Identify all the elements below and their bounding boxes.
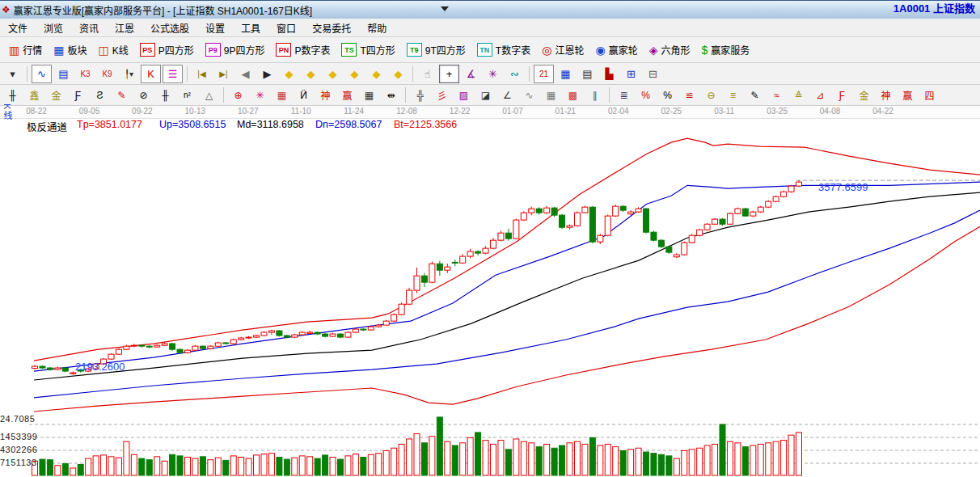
wave-percent-icon[interactable]: ≌ [679,86,699,104]
t-square-icon[interactable]: ╬ [410,86,430,104]
gann-diamond-right-icon[interactable]: ◆ [301,65,321,83]
histogram-icon[interactable]: ☰ [163,65,183,83]
dark-fan-icon[interactable]: ◪ [475,86,496,104]
gann-diamond-cross-icon[interactable]: ◆ [344,65,365,83]
symbol-name[interactable]: 上证指数 [933,2,975,15]
span-arrows-icon[interactable]: ⇹ [381,86,401,104]
wave-brain-icon[interactable]: ∾ [505,65,525,83]
gann-diamond-center-icon[interactable]: ◆ [366,65,387,83]
list-box-icon[interactable]: ≣ [614,86,634,104]
comb2-icon[interactable]: ╫ [155,86,175,104]
menu-浏览[interactable]: 浏览 [36,19,71,36]
menu-交易委托[interactable]: 交易委托 [304,19,359,36]
gann-diamond-all-icon[interactable]: ◆ [388,65,408,83]
red-grid2-icon[interactable]: ▩ [563,86,583,104]
shen-slash-icon[interactable]: 神 [876,86,896,104]
menu-资讯[interactable]: 资讯 [71,19,107,36]
curve-icon[interactable]: ∿ [32,65,52,83]
pc-icon[interactable]: ⊟ [643,65,663,83]
percent-icon[interactable]: % [657,86,678,104]
kchart-icon[interactable]: K [141,65,161,83]
gold-comb-icon[interactable]: 鑫 [24,86,44,104]
menu-公式选股[interactable]: 公式选股 [142,19,197,36]
toolbar-button-gann-wheel[interactable]: ◎江恩轮 [536,40,589,61]
first-page-icon[interactable]: |◀ [192,65,212,83]
toolbar-button-9p-square[interactable]: P99P四方形 [200,40,271,61]
comb-ruler-icon[interactable]: ╫ [2,86,23,104]
crosshair-icon[interactable]: + [439,65,459,83]
save-icon[interactable]: ▙ [599,65,619,83]
menu-江恩[interactable]: 江恩 [107,19,142,36]
j-angle-icon[interactable]: ⊿ [810,86,830,104]
angle-a-icon[interactable]: △ [199,86,219,104]
calculator-icon[interactable]: ▦ [555,65,576,83]
pencil-icon[interactable]: ✎ [112,86,132,104]
title-bar[interactable]: ❖ 赢家江恩专业版[赢家内部服务平台] - [上证指数 SH1A0001-167… [0,0,980,19]
si-slash-icon[interactable]: 四 [919,86,940,104]
kn-marker-icon[interactable]: Ӥ [294,86,314,104]
ying-slash-icon[interactable]: 赢 [898,86,918,104]
gold-slash-icon[interactable]: 金 [854,86,874,104]
grid-123-icon[interactable]: ▦ [359,86,379,104]
dropdown-arrow-icon[interactable]: ▾ [2,65,23,83]
k9-bars-icon[interactable]: K9 [97,65,117,83]
gold-circle-icon[interactable]: ⊖ [701,86,721,104]
toolbar-button-9t-square[interactable]: T99T四方形 [401,40,471,61]
toolbar-button-hexagon[interactable]: ◈六角形 [644,40,696,61]
toolbar-button-winner-wheel[interactable]: ◉赢家轮 [589,40,643,61]
toolbar-button-kline[interactable]: ◫K线 [93,40,134,61]
circle-gauge-icon[interactable]: ⊘ [133,86,154,104]
menu-帮助[interactable]: 帮助 [359,19,395,36]
gann-diamond-expand-icon[interactable]: ◆ [323,65,343,83]
angle-measure-icon[interactable]: ∡ [461,65,481,83]
n2-ruler-icon[interactable]: n² [177,86,197,104]
trend-lines-icon[interactable]: ∠ [497,86,517,104]
percent-line-icon[interactable]: % [636,86,656,104]
last-page-icon[interactable]: ▶| [213,65,234,83]
f-ruler-icon[interactable]: Ƒ [68,86,88,104]
gold-lines-icon[interactable]: ≡ [723,86,743,104]
shen-ruler-icon[interactable]: 神 [315,86,336,104]
toolbar-button-p-table[interactable]: PNP数字表 [270,40,336,61]
red-fan-icon[interactable]: 彡 [432,86,452,104]
star-grid-icon[interactable]: ✳ [250,86,270,104]
toolbar-button-sectors[interactable]: ▦板块 [48,40,92,61]
next-icon[interactable]: ▶ [257,65,277,83]
toolbar-button-t-table[interactable]: TNT数字表 [471,40,536,61]
menu-设置[interactable]: 设置 [197,19,233,36]
parallel-lines-icon[interactable]: ∥ [585,86,605,104]
brush-icon[interactable]: ✎ [745,86,765,104]
ying-ruler-icon[interactable]: 赢 [337,86,357,104]
toolbar-button-winner-service[interactable]: $赢家服务 [695,40,755,61]
gann-marker-icon[interactable]: ✳ [483,65,503,83]
hand-icon[interactable]: ☝ [417,65,437,83]
menu-文件[interactable]: 文件 [0,19,36,36]
date-tick-08-22: 08-22 [26,107,47,116]
menu-工具[interactable]: 工具 [233,19,268,36]
candle-style-icon[interactable]: ╿▾ [119,65,139,83]
zigzag-icon[interactable]: ∿ [519,86,539,104]
collapse-arrow-icon[interactable] [441,6,449,11]
toolbar-button-p-square[interactable]: PSP四方形 [134,40,200,61]
k3-bars-icon[interactable]: K3 [75,65,95,83]
spiral-icon[interactable]: Ƨ [90,86,110,104]
gold-angle-icon[interactable]: ≙ [788,86,809,104]
f-angle-icon[interactable]: Ƒ [832,86,852,104]
pc-sync-icon[interactable]: ⊞ [621,65,641,83]
gann-diamond-left-icon[interactable]: ◆ [279,65,299,83]
toolbar-button-t-square[interactable]: TST四方形 [336,40,400,61]
date-tick-12-22: 12-22 [450,107,471,116]
notebook-icon[interactable]: ▤ [577,65,598,83]
square-grid-icon[interactable]: ▦ [541,86,561,104]
toolbar-label: 9T四方形 [425,43,466,57]
gold-ruler-icon[interactable]: 金 [46,86,66,104]
toolbar-button-quotes[interactable]: ▥行情 [3,40,48,61]
red-grid-icon[interactable]: ▦ [272,86,292,104]
waves-icon[interactable]: ≈ [767,86,787,104]
doc-icon[interactable]: ▤ [53,65,74,83]
purple-fan-icon[interactable]: ▨ [454,86,474,104]
calendar-icon[interactable]: 21 [534,65,554,83]
prev-icon[interactable]: ◀ [235,65,256,83]
circle-cross-icon[interactable]: ⊕ [228,86,248,104]
menu-窗口[interactable]: 窗口 [268,19,304,36]
